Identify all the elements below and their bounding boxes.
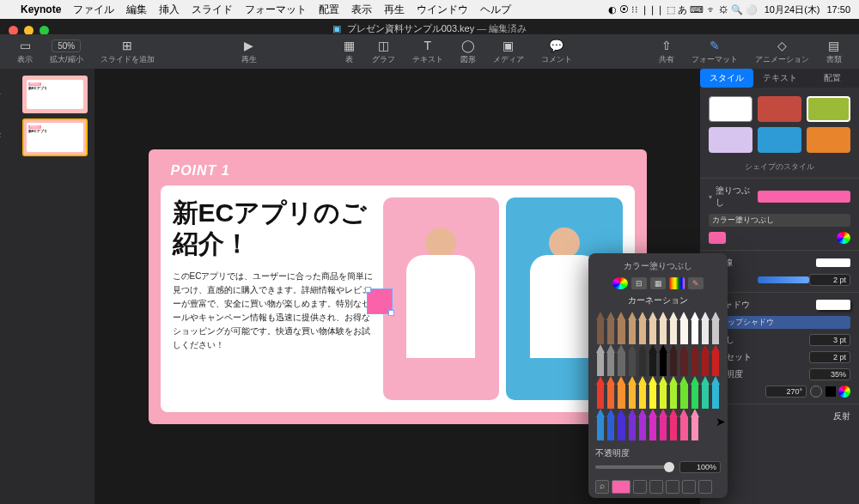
pencil-color[interactable] [668, 376, 679, 409]
pencil-color[interactable] [700, 376, 710, 409]
stroke-preview[interactable] [816, 258, 850, 267]
color-wheel-mode-icon[interactable] [612, 277, 628, 289]
menu-file[interactable]: ファイル [73, 3, 114, 17]
menu-window[interactable]: ウインドウ [417, 3, 468, 17]
opacity-value[interactable]: 100% [679, 461, 721, 473]
content-card[interactable]: 新ECアプリのご紹介！ このECアプリでは、ユーザーに合った商品を簡単に見つけ、… [161, 185, 635, 412]
pencil-color[interactable] [679, 312, 689, 344]
pencil-color[interactable] [690, 312, 700, 344]
format-pane-button[interactable]: ✎フォーマット [691, 38, 738, 65]
menu-help[interactable]: ヘルプ [480, 3, 511, 17]
pencil-color[interactable] [637, 409, 648, 441]
view-button[interactable]: ▭表示 [17, 38, 33, 65]
style-swatch[interactable] [709, 127, 752, 153]
pencil-color[interactable] [606, 312, 616, 344]
slide-body[interactable]: このECアプリでは、ユーザーに合った商品を簡単に見つけ、直感的に購入できます。詳… [173, 270, 375, 352]
pencil-color[interactable] [668, 409, 679, 441]
saved-swatch[interactable] [682, 480, 696, 494]
pencil-color[interactable] [637, 312, 648, 344]
zoom-select[interactable]: 50%拡大/縮小 [50, 38, 83, 65]
menu-format[interactable]: フォーマット [245, 3, 307, 17]
pencil-color[interactable] [606, 409, 616, 441]
pencil-color[interactable] [637, 376, 648, 409]
pencil-color[interactable] [710, 344, 721, 377]
pencil-color[interactable] [616, 409, 626, 441]
angle-dial[interactable] [810, 386, 822, 398]
pencil-color[interactable] [668, 312, 679, 344]
current-color-swatch[interactable] [612, 480, 631, 494]
pencil-color[interactable] [648, 312, 658, 344]
pencil-color[interactable] [616, 376, 626, 409]
pencil-color[interactable] [637, 344, 648, 377]
eyedropper-icon[interactable]: ⌕ [595, 480, 609, 494]
chart-button[interactable]: ◫グラフ [372, 38, 395, 65]
pencil-color[interactable] [595, 312, 606, 344]
offset-field[interactable]: 2 pt [809, 351, 850, 363]
pencil-color[interactable] [595, 344, 606, 377]
pencil-color[interactable] [690, 409, 700, 441]
pencil-color[interactable] [595, 409, 606, 441]
pencil-color[interactable] [606, 376, 616, 409]
opacity-field[interactable]: 35% [809, 368, 850, 380]
saved-swatch[interactable] [649, 480, 663, 494]
pencil-color[interactable] [658, 312, 668, 344]
chevron-down-icon[interactable]: ▾ [709, 193, 712, 201]
menu-slide[interactable]: スライド [192, 3, 233, 17]
pencil-color[interactable] [679, 376, 689, 409]
slide-thumb-2[interactable]: POINT1新ECアプリ [22, 118, 88, 156]
shape-button[interactable]: ◯図形 [460, 38, 476, 65]
pencil-color[interactable] [648, 409, 658, 441]
pencil-color[interactable] [648, 376, 658, 409]
pencil-color[interactable] [595, 376, 606, 409]
pencil-color[interactable] [616, 312, 626, 344]
menu-play[interactable]: 再生 [384, 3, 405, 17]
pencil-color[interactable] [658, 409, 668, 441]
color-wheel-icon[interactable] [837, 232, 850, 244]
color-palette-mode-icon[interactable]: ▦ [650, 277, 666, 289]
pencil-color[interactable] [627, 409, 637, 441]
menu-arrange[interactable]: 配置 [319, 3, 339, 17]
pencil-color[interactable] [668, 344, 679, 377]
tab-style[interactable]: スタイル [700, 69, 753, 88]
media-button[interactable]: ▣メディア [493, 38, 524, 65]
image-left[interactable] [383, 197, 500, 400]
fill-color-well[interactable] [709, 232, 726, 244]
blur-field[interactable]: 3 pt [809, 334, 850, 346]
pencil-color[interactable] [627, 312, 637, 344]
style-swatch[interactable] [807, 127, 850, 153]
menu-view[interactable]: 表示 [351, 3, 372, 17]
style-swatch[interactable] [758, 96, 801, 122]
pencil-color[interactable] [679, 409, 689, 441]
slide[interactable]: POINT 1 新ECアプリのご紹介！ このECアプリでは、ユーザーに合った商品… [149, 149, 647, 424]
style-swatch[interactable] [709, 96, 752, 122]
fill-color-swatch[interactable] [758, 191, 850, 203]
text-button[interactable]: Tテキスト [412, 38, 443, 65]
tab-text[interactable]: テキスト [753, 69, 807, 88]
share-button[interactable]: ⇧共有 [659, 38, 674, 65]
slide-title[interactable]: 新ECアプリのご紹介！ [173, 197, 375, 259]
menu-insert[interactable]: 挿入 [159, 3, 180, 17]
pencil-color[interactable] [690, 344, 700, 377]
pencil-color[interactable] [627, 376, 637, 409]
pencil-color[interactable] [606, 344, 616, 377]
pencil-color[interactable] [658, 344, 668, 377]
pencil-color[interactable] [679, 344, 689, 377]
pencil-color[interactable] [700, 344, 710, 377]
stroke-style[interactable] [758, 276, 809, 283]
style-swatch[interactable] [807, 96, 850, 122]
slide-thumb-1[interactable]: POINT1新ECアプリ [22, 76, 88, 113]
app-menu[interactable]: Keynote [21, 3, 61, 15]
pencil-color[interactable] [658, 376, 668, 409]
saved-swatch[interactable] [666, 480, 679, 494]
color-sliders-mode-icon[interactable]: ⊟ [631, 277, 647, 289]
shadow-color-swatch[interactable] [825, 386, 836, 397]
table-button[interactable]: ▦表 [344, 38, 355, 65]
stroke-width-field[interactable]: 2 pt [809, 274, 850, 286]
fill-mode-select[interactable]: カラー塗りつぶし [709, 214, 850, 227]
color-spectrum-mode-icon[interactable] [669, 277, 685, 289]
pencil-color[interactable] [616, 344, 626, 377]
pencil-color[interactable] [627, 344, 637, 377]
opacity-slider[interactable]: 100% [595, 461, 721, 473]
color-wheel-icon[interactable] [838, 386, 850, 398]
pencil-color[interactable] [710, 312, 721, 344]
